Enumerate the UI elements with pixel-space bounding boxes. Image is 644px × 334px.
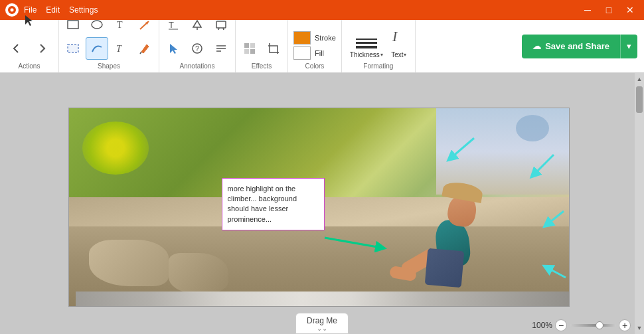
cloud-upload-icon: ☁ <box>532 41 541 51</box>
drag-me-tab[interactable]: Drag Me ⌄⌄ <box>295 313 349 334</box>
actions-row <box>18 4 40 32</box>
svg-marker-15 <box>170 44 177 54</box>
annotation-tool-6[interactable] <box>210 37 232 60</box>
colors-inner: Stroke Fill <box>293 25 336 60</box>
comment-box[interactable]: more highlight on the climber... backgro… <box>222 178 325 231</box>
image-element <box>516 115 549 141</box>
climber-pants <box>424 248 464 288</box>
zoom-in-button[interactable]: + <box>619 319 631 331</box>
ellipse-tool[interactable] <box>86 13 108 36</box>
arrow-tool[interactable] <box>133 13 156 36</box>
save-share-dropdown-button[interactable]: ▾ <box>620 35 637 58</box>
svg-rect-18 <box>244 43 249 48</box>
rectangle-tool[interactable] <box>62 13 84 36</box>
svg-line-14 <box>223 28 224 30</box>
crop-tool[interactable] <box>262 37 285 60</box>
close-button[interactable]: ✕ <box>621 3 639 17</box>
save-share-area: ☁ Save and Share ▾ <box>522 20 644 72</box>
drag-chevrons-icon: ⌄⌄ <box>317 325 327 332</box>
svg-text:T: T <box>116 44 122 54</box>
stroke-color-swatch[interactable] <box>293 31 311 44</box>
blur-effect-tool[interactable] <box>238 37 261 60</box>
save-share-dropdown-icon: ▾ <box>627 41 631 51</box>
text-tool[interactable]: T <box>110 13 132 36</box>
select-rect-tool[interactable] <box>62 37 84 60</box>
svg-point-2 <box>92 21 102 29</box>
titlebar-controls: ─ □ ✕ <box>579 3 639 17</box>
svg-line-8 <box>140 52 141 54</box>
formatting-label: Formating <box>363 62 393 70</box>
scroll-up-arrow[interactable]: ▲ <box>635 74 644 84</box>
zoom-level-label: 100% <box>532 321 552 330</box>
save-share-button[interactable]: ☁ Save and Share <box>522 35 620 58</box>
image-container[interactable]: more highlight on the climber... backgro… <box>68 108 570 307</box>
stroke-color-row: Stroke <box>293 31 336 44</box>
annotation-tool-5[interactable]: ? <box>186 37 208 60</box>
effects-label: Effects <box>252 62 272 70</box>
svg-text:I: I <box>392 28 398 44</box>
annotations-grid: T ? <box>162 8 232 60</box>
zoom-slider[interactable] <box>570 324 616 327</box>
svg-rect-21 <box>250 49 255 54</box>
main-content: more highlight on the climber... backgro… <box>0 73 644 334</box>
actions-label: Actions <box>19 62 40 70</box>
forward-button[interactable] <box>31 37 53 60</box>
annotation-tool-2[interactable] <box>186 13 208 36</box>
text-format-label: Text <box>391 51 403 58</box>
save-share-label: Save and Share <box>545 41 609 51</box>
fill-color-swatch[interactable] <box>293 46 311 60</box>
back-button[interactable] <box>5 37 28 60</box>
svg-text:?: ? <box>195 44 199 52</box>
svg-rect-12 <box>216 21 226 28</box>
zoom-controls: 100% − + <box>532 319 631 331</box>
effects-grid <box>238 32 285 60</box>
svg-rect-20 <box>244 49 249 54</box>
svg-text:T: T <box>117 20 123 30</box>
canvas-area: more highlight on the climber... backgro… <box>0 73 644 334</box>
svg-rect-1 <box>68 21 78 29</box>
colors-section: Stroke Fill Colors <box>288 20 342 72</box>
scrollbar-right: ▲ ▼ <box>635 73 644 334</box>
select-tool-button[interactable] <box>18 9 40 32</box>
scroll-thumb[interactable] <box>636 86 643 113</box>
fill-color-row: Fill <box>293 46 336 60</box>
scroll-down-arrow[interactable]: ▼ <box>635 323 644 333</box>
annotation-tool-3[interactable] <box>210 13 232 36</box>
minimize-button[interactable]: ─ <box>579 3 596 17</box>
annotation-cursor-tool[interactable] <box>162 37 185 60</box>
actions-nav-row <box>5 32 53 60</box>
fake-image: more highlight on the climber... backgro… <box>69 108 569 306</box>
thickness-chevron: ▾ <box>380 52 383 58</box>
maximize-button[interactable]: □ <box>600 3 617 17</box>
svg-line-13 <box>218 28 219 30</box>
fill-label: Fill <box>315 49 324 57</box>
svg-rect-6 <box>68 44 78 52</box>
actions-section: Actions <box>0 20 59 72</box>
formatting-section: Thickness ▾ I Text ▾ Formating <box>342 20 416 72</box>
menu-edit[interactable]: Edit <box>46 5 60 15</box>
shapes-label: Shapes <box>98 62 120 70</box>
colors-label: Colors <box>293 62 336 70</box>
app-icon-inner <box>8 6 16 14</box>
annotations-section: T ? Annotations <box>159 20 236 72</box>
image-rock2 <box>169 253 228 293</box>
annotation-tool-1[interactable]: T <box>162 13 185 36</box>
toolbar: Actions T T <box>0 20 644 73</box>
image-rock1 <box>89 240 169 286</box>
thumbnail-strip <box>76 292 570 306</box>
effects-section: Effects <box>236 20 288 72</box>
zoom-out-button[interactable]: − <box>555 319 567 331</box>
text-box-tool[interactable]: T <box>110 37 132 60</box>
stroke-label: Stroke <box>315 34 336 42</box>
zoom-handle[interactable] <box>596 321 604 329</box>
text-format-button[interactable]: I Text ▾ <box>388 25 410 60</box>
pen-tool[interactable] <box>133 37 156 60</box>
shapes-section: T T Shapes <box>59 20 159 72</box>
image-sky <box>436 108 569 195</box>
thickness-button[interactable]: Thickness ▾ <box>347 25 386 60</box>
annotations-label: Annotations <box>180 62 215 70</box>
drag-me-label: Drag Me <box>307 316 337 325</box>
curve-tool[interactable] <box>86 37 108 60</box>
shapes-grid: T T <box>62 8 156 60</box>
image-highlight <box>82 122 149 175</box>
